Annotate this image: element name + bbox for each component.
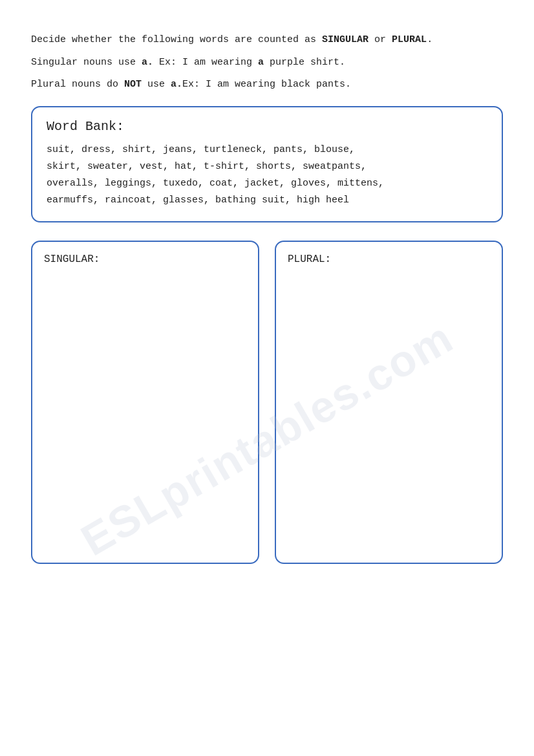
instruction-text-pre: Decide whether the following words are c… [31, 34, 322, 45]
instruction-not: NOT [124, 79, 142, 90]
instruction-text-end: . [427, 34, 433, 45]
instruction-singular-end: purple shirt. [264, 57, 345, 68]
word-bank-line-4: earmuffs, raincoat, glasses, bathing sui… [47, 192, 487, 209]
instruction-singular-pre: Singular nouns use [31, 57, 142, 68]
columns-row: SINGULAR: PLURAL: [31, 241, 503, 564]
instruction-text-mid: or [368, 34, 392, 45]
plural-label: PLURAL [392, 34, 427, 45]
word-bank-title: Word Bank: [47, 119, 487, 134]
instruction-plural-mid: use [142, 79, 171, 90]
instruction-singular-mid: Ex: I am wearing [153, 57, 258, 68]
instruction-line-2: Singular nouns use a. Ex: I am wearing a… [31, 54, 503, 72]
word-bank-box: Word Bank: suit, dress, shirt, jeans, tu… [31, 106, 503, 222]
instruction-a3: a. [171, 79, 182, 90]
word-bank-content: suit, dress, shirt, jeans, turtleneck, p… [47, 142, 487, 210]
singular-column-box: SINGULAR: [31, 241, 259, 564]
singular-column-title: SINGULAR: [44, 254, 246, 265]
instruction-plural-end: Ex: I am wearing black pants. [182, 79, 351, 90]
word-bank-line-3: overalls, leggings, tuxedo, coat, jacket… [47, 175, 487, 192]
instruction-line-3: Plural nouns do NOT use a.Ex: I am weari… [31, 76, 503, 94]
instruction-a1: a. [142, 57, 153, 68]
instruction-line-1: Decide whether the following words are c… [31, 31, 503, 50]
singular-label: SINGULAR [322, 34, 368, 45]
instruction-a2: a [258, 57, 264, 68]
plural-column-box: PLURAL: [275, 241, 503, 564]
instructions-section: Decide whether the following words are c… [31, 31, 503, 94]
instruction-plural-pre: Plural nouns do [31, 79, 124, 90]
word-bank-line-2: skirt, sweater, vest, hat, t-shirt, shor… [47, 158, 487, 175]
word-bank-line-1: suit, dress, shirt, jeans, turtleneck, p… [47, 142, 487, 158]
plural-column-title: PLURAL: [288, 254, 490, 265]
